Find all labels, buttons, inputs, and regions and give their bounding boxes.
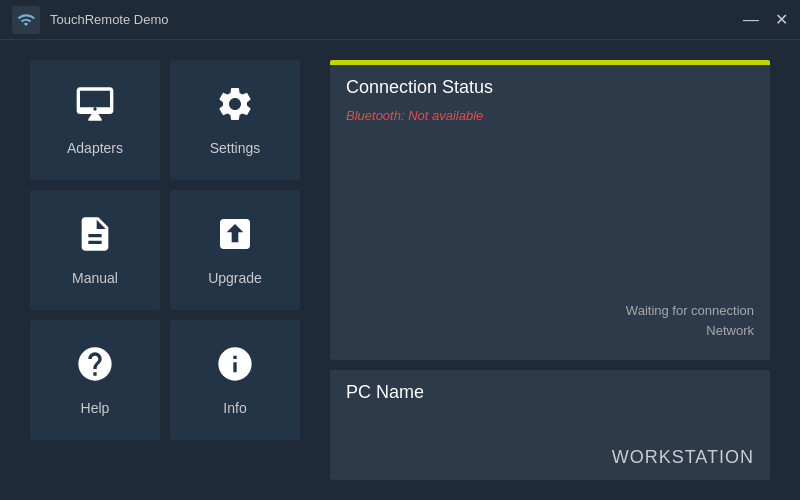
upgrade-label: Upgrade (208, 270, 262, 286)
bluetooth-status: Bluetooth: Not available (346, 108, 754, 123)
minimize-button[interactable]: — (743, 12, 759, 28)
waiting-line1: Waiting for connection (626, 303, 754, 318)
titlebar-left: TouchRemote Demo (12, 6, 169, 34)
manual-tile[interactable]: Manual (30, 190, 160, 310)
pc-name-value: WORKSTATION (346, 447, 754, 468)
adapters-label: Adapters (67, 140, 123, 156)
info-label: Info (223, 400, 246, 416)
titlebar: TouchRemote Demo — ✕ (0, 0, 800, 40)
upgrade-tile[interactable]: Upgrade (170, 190, 300, 310)
manual-label: Manual (72, 270, 118, 286)
monitor-icon (75, 84, 115, 130)
connection-status-title: Connection Status (346, 77, 754, 98)
info-tile[interactable]: Info (170, 320, 300, 440)
titlebar-controls: — ✕ (743, 12, 788, 28)
window-title: TouchRemote Demo (50, 12, 169, 27)
question-icon (75, 344, 115, 390)
document-icon (75, 214, 115, 260)
tiles-grid: Adapters Settings Manual (30, 60, 300, 480)
close-button[interactable]: ✕ (775, 12, 788, 28)
arrow-up-right-icon (215, 214, 255, 260)
app-icon (12, 6, 40, 34)
help-tile[interactable]: Help (30, 320, 160, 440)
right-panel: Connection Status Bluetooth: Not availab… (330, 60, 770, 480)
waiting-line2: Network (706, 323, 754, 338)
main-content: Adapters Settings Manual (0, 40, 800, 500)
settings-tile[interactable]: Settings (170, 60, 300, 180)
pc-name-panel: PC Name WORKSTATION (330, 370, 770, 480)
connection-status-inner: Connection Status Bluetooth: Not availab… (330, 65, 770, 360)
gear-icon (215, 84, 255, 130)
settings-label: Settings (210, 140, 261, 156)
connection-waiting: Waiting for connection Network (346, 301, 754, 348)
pc-name-title: PC Name (346, 382, 754, 403)
connection-status-panel: Connection Status Bluetooth: Not availab… (330, 60, 770, 360)
adapters-tile[interactable]: Adapters (30, 60, 160, 180)
help-label: Help (81, 400, 110, 416)
info-icon (215, 344, 255, 390)
